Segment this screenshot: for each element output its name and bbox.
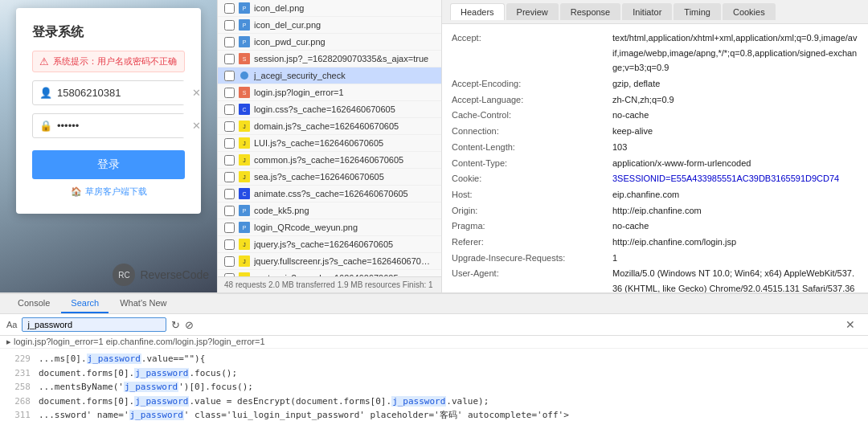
console-search-input[interactable]: [22, 317, 166, 332]
login-button[interactable]: 登录: [32, 150, 185, 179]
detail-key: Content-Length:: [452, 140, 612, 155]
network-item-name: login.css?s_cache=1626460670605: [254, 104, 395, 114]
network-item-name: jquery.js?s_cache=1626460670605: [254, 239, 393, 249]
download-link[interactable]: 🏠 草房客户端下载: [32, 186, 185, 198]
network-item-checkbox[interactable]: [224, 256, 235, 267]
network-list-item[interactable]: Jcommon.js?s_cache=1626460670605: [218, 152, 441, 169]
network-list-item[interactable]: Plogin_QRcode_weyun.png: [218, 219, 441, 236]
password-highlight: j_password: [129, 410, 184, 420]
network-item-checkbox[interactable]: [224, 88, 235, 98]
network-list-item[interactable]: Picon_del_cur.png: [218, 17, 441, 34]
network-list-item[interactable]: Jcustom.js?s_cache=1626460670605: [218, 270, 441, 276]
console-tab[interactable]: Search: [61, 294, 108, 313]
network-item-checkbox[interactable]: [224, 121, 235, 132]
detail-row: User-Agent:Mozilla/5.0 (Windows NT 10.0;…: [452, 266, 858, 292]
username-input-group: 👤 ✕: [32, 80, 185, 105]
network-list: Picon_del.pngPicon_del_cur.pngPicon_pwd_…: [218, 0, 441, 276]
network-list-item[interactable]: Slogin.jsp?login_error=1: [218, 84, 441, 101]
network-item-name: common.js?s_cache=1626460670605: [254, 155, 403, 165]
username-clear-button[interactable]: ✕: [192, 87, 201, 99]
file-icon-png: P: [239, 222, 250, 233]
detail-value: 103: [612, 140, 627, 155]
network-list-item[interactable]: Ssession.jsp?_=1628209070335&s_ajax=true: [218, 51, 441, 67]
detail-key: Referer:: [452, 235, 612, 250]
watermark-logo: RC: [113, 264, 135, 286]
network-list-item[interactable]: Pcode_kk5.png: [218, 202, 441, 219]
detail-key: Origin:: [452, 203, 612, 219]
network-item-name: j_acegi_security_check: [254, 71, 346, 80]
network-footer: 48 requests 2.0 MB transferred 1.9 MB re…: [218, 276, 441, 292]
network-list-item[interactable]: Jsea.js?s_cache=1626460670605: [218, 169, 441, 186]
detail-key: Accept-Language:: [452, 92, 612, 108]
network-item-checkbox[interactable]: [224, 3, 235, 14]
detail-tab[interactable]: Timing: [674, 3, 721, 20]
error-text: 系统提示：用户名或密码不正确: [53, 55, 177, 67]
detail-value: http://eip.chanfine.com/login.jsp: [612, 235, 736, 250]
file-icon-png: P: [239, 36, 250, 47]
detail-tab[interactable]: Preview: [506, 3, 559, 20]
detail-tabs: HeadersPreviewResponseInitiatorTimingCoo…: [442, 0, 868, 24]
detail-row: Accept-Encoding:gzip, deflate: [452, 76, 858, 92]
network-item-name: icon_pwd_cur.png: [254, 37, 326, 47]
network-item-checkbox[interactable]: [224, 223, 235, 233]
network-item-checkbox[interactable]: [224, 155, 235, 166]
console-tab[interactable]: Console: [8, 294, 59, 313]
download-link-text: 草房客户端下载: [85, 186, 147, 198]
network-item-checkbox[interactable]: [224, 172, 235, 182]
line-number: 258: [6, 380, 31, 394]
detail-key: Accept-Encoding:: [452, 76, 612, 92]
network-item-name: login_QRcode_weyun.png: [254, 223, 358, 232]
detail-value: http://eip.chanfine.com: [612, 203, 702, 219]
detail-row: Cache-Control:no-cache: [452, 108, 858, 123]
console-tab[interactable]: What's New: [110, 294, 176, 313]
code-line: 311...ssword' name='j_password' class='l…: [6, 408, 862, 421]
console-close-button[interactable]: ✕: [839, 318, 862, 331]
network-item-checkbox[interactable]: [224, 138, 235, 149]
network-list-item[interactable]: Jjquery.js?s_cache=1626460670605: [218, 236, 441, 253]
password-input[interactable]: [57, 114, 192, 137]
detail-key: Pragma:: [452, 219, 612, 234]
detail-row: Upgrade-Insecure-Requests:1: [452, 251, 858, 266]
network-list-item[interactable]: JLUI.js?s_cache=1626460670605: [218, 135, 441, 152]
detail-row: Accept:text/html,application/xhtml+xml,a…: [452, 31, 858, 76]
network-list-item[interactable]: Clogin.css?s_cache=1626460670605: [218, 101, 441, 118]
network-item-checkbox[interactable]: [224, 20, 235, 31]
detail-key: User-Agent:: [452, 266, 612, 292]
network-item-name: session.jsp?_=1628209070335&s_ajax=true: [254, 54, 428, 63]
detail-key: Host:: [452, 187, 612, 202]
network-list-item[interactable]: Picon_pwd_cur.png: [218, 34, 441, 51]
network-item-checkbox[interactable]: [224, 206, 235, 216]
detail-row: Pragma:no-cache: [452, 219, 858, 234]
password-highlight: j_password: [87, 354, 141, 364]
network-list-item[interactable]: Jdomain.js?s_cache=1626460670605: [218, 118, 441, 135]
network-item-checkbox[interactable]: [224, 189, 235, 199]
console-clear-button[interactable]: ⊘: [185, 319, 194, 331]
network-item-checkbox[interactable]: [224, 54, 235, 64]
detail-key: Cookie:: [452, 171, 612, 186]
network-list-item[interactable]: j_acegi_security_check: [218, 67, 441, 84]
network-item-checkbox[interactable]: [224, 37, 235, 47]
network-list-item[interactable]: Picon_del.png: [218, 0, 441, 17]
file-icon-js: J: [239, 121, 250, 132]
network-list-item[interactable]: Jjquery.fullscreenr.js?s_cache=162646067…: [218, 253, 441, 270]
network-item-name: code_kk5.png: [254, 206, 309, 215]
detail-tab[interactable]: Headers: [450, 3, 505, 20]
network-item-checkbox[interactable]: [224, 104, 235, 115]
username-input[interactable]: [57, 81, 192, 104]
network-item-name: icon_del_cur.png: [254, 20, 321, 30]
console-refresh-button[interactable]: ↻: [171, 319, 180, 331]
watermark-text: ReverseCode: [140, 268, 209, 281]
detail-value: no-cache: [612, 219, 649, 234]
detail-value: Mozilla/5.0 (Windows NT 10.0; Win64; x64…: [612, 266, 858, 292]
detail-tab[interactable]: Cookies: [723, 3, 776, 20]
file-icon-js: J: [239, 171, 250, 182]
network-item-checkbox[interactable]: [224, 71, 235, 81]
password-clear-button[interactable]: ✕: [192, 120, 201, 132]
detail-row: Accept-Language:zh-CN,zh;q=0.9: [452, 92, 858, 108]
code-line: 258...mentsByName('j_password')[0].focus…: [6, 380, 862, 394]
detail-tab[interactable]: Response: [560, 3, 621, 20]
network-item-checkbox[interactable]: [224, 239, 235, 250]
network-list-item[interactable]: Canimate.css?s_cache=1626460670605: [218, 186, 441, 202]
detail-tab[interactable]: Initiator: [622, 3, 672, 20]
code-content: ...ms[0].j_password.value==""){: [39, 352, 205, 366]
